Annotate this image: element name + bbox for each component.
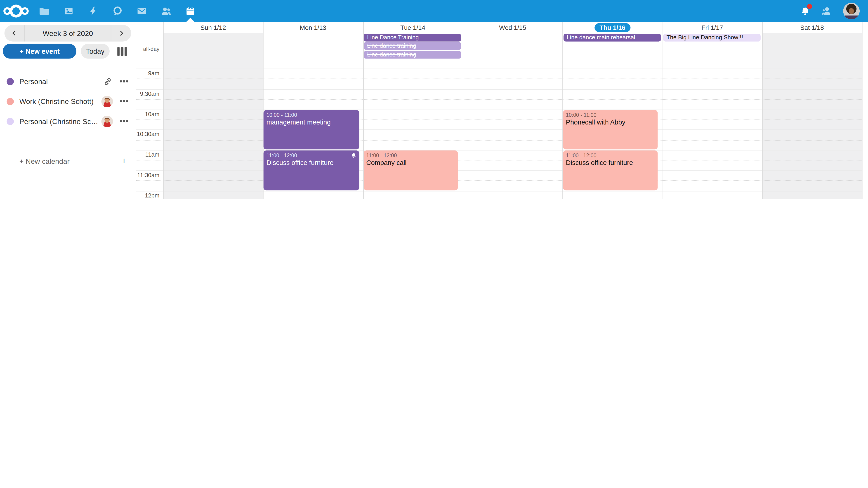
contacts-menu-button[interactable] [817,0,834,22]
people-icon [161,6,171,16]
calendar-name: Work (Christine Schott) [20,97,101,105]
day-header-wed: Wed 1/15 [463,23,563,33]
calendar-actions-menu[interactable] [119,120,129,122]
event-title: management meeting [267,118,356,127]
event-title: Discuss office furniture [566,159,655,167]
time-label: 10am [135,110,159,117]
day-header-tue: Tue 1/14 [363,23,463,33]
alarm-bell-icon [351,153,356,158]
lightning-icon [88,6,98,16]
day-header-mon: Mon 1/13 [263,23,363,33]
chevron-left-icon [11,30,18,36]
notifications-button[interactable] [797,0,813,22]
all-day-label: all-day [135,46,159,52]
view-bar-icon [121,47,123,56]
nextcloud-logo-icon [3,3,29,19]
calendar-list-item[interactable]: Personal [0,71,135,91]
all-day-event[interactable]: Line Dance Training [364,34,461,41]
day-column-sat[interactable] [762,33,862,199]
column-divider [363,22,364,199]
chevron-right-icon [118,30,125,36]
event[interactable]: 11:00 - 12:00Discuss office furniture [264,151,359,190]
column-divider [662,22,663,199]
app-mail-button[interactable] [129,0,154,22]
app-calendar-button[interactable] [178,0,203,22]
today-button[interactable]: Today [81,43,110,59]
event-title: Company call [366,159,455,167]
calendar-color-dot[interactable] [6,78,14,85]
week-label[interactable]: Week 3 of 2020 [24,25,111,41]
all-day-divider [135,65,862,65]
event-time: 10:00 - 11:00 [267,111,356,118]
event-time: 11:00 - 12:00 [366,152,455,159]
user-avatar[interactable] [843,3,860,19]
topbar-right [797,0,868,22]
user-avatar-photo [843,3,860,19]
half-hour-line [135,109,862,110]
half-hour-line [135,69,862,69]
photos-icon [64,6,74,16]
today-pill: Thu 1/16 [594,23,630,32]
quarter-hour-line [135,181,862,181]
event-time: 10:00 - 11:00 [566,111,655,118]
app-contacts-button[interactable] [154,0,178,22]
event[interactable]: 10:00 - 11:00management meeting [264,110,359,149]
nextcloud-calendar-app: all-day Sun 1/12Mon 1/13Tue 1/14Wed 1/15… [0,0,868,199]
person-icon [821,6,831,16]
app-talk-button[interactable] [105,0,129,22]
calendar-color-dot[interactable] [6,98,14,105]
view-toggle-button[interactable] [117,47,127,56]
all-day-event[interactable]: Line dance main rehearsal [563,34,661,41]
view-bar-icon [117,47,120,56]
time-label: 11am [135,151,159,158]
new-calendar-button[interactable]: + New calendar + [0,151,135,171]
quarter-hour-line [135,79,862,79]
event-title: Discuss office furniture [267,159,356,167]
calendar-actions-menu[interactable] [119,100,129,102]
event[interactable]: 10:00 - 11:00Phonecall with Abby [563,110,657,149]
column-divider [762,22,763,199]
calendar-list-item[interactable]: Personal (Christine Scho… [0,111,135,131]
notification-badge [807,4,812,9]
share-link-icon[interactable] [103,77,112,86]
calendar-list-item[interactable]: Work (Christine Schott) [0,91,135,111]
day-column-fri[interactable] [662,33,762,199]
new-event-button[interactable]: + New event [3,43,76,59]
previous-week-button[interactable] [4,25,24,41]
event[interactable]: 11:00 - 12:00Company call [364,151,458,190]
all-day-event[interactable]: Line dance training [364,51,461,59]
event[interactable]: 11:00 - 12:00Discuss office furniture [563,151,657,190]
day-column-wed[interactable] [463,33,563,199]
sidebar: Week 3 of 2020 + New event Today Persona… [0,22,135,199]
app-files-button[interactable] [32,0,57,22]
quarter-hour-line [135,99,862,100]
calendar-icon [185,6,195,16]
plus-icon[interactable]: + [121,156,127,166]
nextcloud-logo[interactable] [0,0,32,22]
calendar-actions-menu[interactable] [119,80,129,82]
viewport-scaler: all-day Sun 1/12Mon 1/13Tue 1/14Wed 1/15… [0,0,868,199]
calendar-color-dot[interactable] [6,118,14,125]
app-photos-button[interactable] [57,0,81,22]
calendar-name: Personal [20,77,103,86]
quarter-hour-line [135,140,862,140]
day-column-sun[interactable] [163,33,263,199]
time-label: 9:30am [135,90,159,97]
folder-icon [39,6,49,16]
day-header-sat: Sat 1/18 [762,23,862,33]
event-title: Phonecall with Abby [566,118,655,127]
half-hour-line [135,191,862,191]
calendar-list: PersonalWork (Christine Schott)Personal … [0,71,135,131]
half-hour-line [135,89,862,90]
quarter-hour-line [135,160,862,161]
next-week-button[interactable] [111,25,131,41]
event-time: 11:00 - 12:00 [566,152,655,159]
time-label: 12pm [135,192,159,198]
all-day-event[interactable]: Line dance training [364,42,461,50]
app-activity-button[interactable] [81,0,105,22]
half-hour-line [135,170,862,171]
topbar [0,0,868,22]
all-day-event[interactable]: The Big Line Dancing Show!!! [663,34,761,41]
quarter-hour-line [135,120,862,120]
time-label: 10:30am [135,131,159,137]
